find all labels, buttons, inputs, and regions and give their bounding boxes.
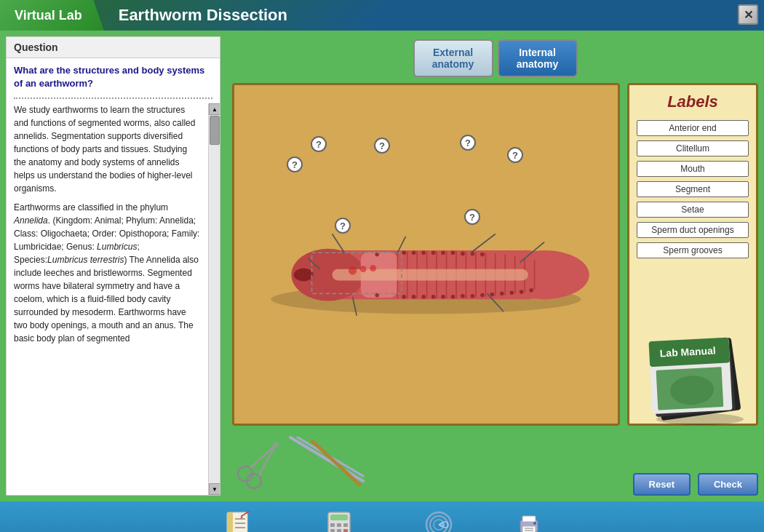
title-bar: Virtual Lab Earthworm Dissection ✕ <box>0 0 764 31</box>
svg-point-26 <box>451 295 455 299</box>
scroll-content: We study earthworms to learn the structu… <box>7 103 208 495</box>
close-button[interactable]: ✕ <box>738 4 758 25</box>
svg-point-45 <box>294 269 314 282</box>
toolbar-item-journal[interactable]: Journal <box>219 509 256 532</box>
reset-button[interactable]: Reset <box>633 473 691 496</box>
left-panel: Question What are the structures and bod… <box>6 36 220 496</box>
journal-icon <box>222 509 254 532</box>
svg-point-41 <box>451 250 455 255</box>
svg-point-21 <box>402 295 406 299</box>
svg-point-42 <box>461 252 465 256</box>
svg-point-28 <box>471 294 475 298</box>
dissection-area: ? ? ? ? ? ? ? <box>232 83 620 426</box>
svg-point-27 <box>461 294 465 298</box>
tab-row: Externalanatomy Internalanatomy <box>232 39 758 77</box>
lab-manual-svg: Lab Manual <box>642 332 751 426</box>
svg-point-49 <box>370 265 376 271</box>
q-marker-3[interactable]: ? <box>374 138 390 154</box>
toolbar-item-print[interactable]: Print <box>513 509 545 532</box>
toolbar-item-calculator[interactable]: Calculator <box>314 509 364 532</box>
svg-rect-75 <box>227 512 233 532</box>
scrollbar[interactable]: ▲ ▼ <box>208 103 220 495</box>
svg-point-32 <box>509 290 514 295</box>
calculator-icon <box>323 509 355 532</box>
audio-icon <box>423 509 455 532</box>
tab-internal-anatomy[interactable]: Internalanatomy <box>498 39 578 77</box>
label-anterior-end[interactable]: Anterior end <box>637 120 749 136</box>
svg-point-62 <box>274 442 278 447</box>
question-header: Question <box>7 37 220 58</box>
q-marker-5[interactable]: ? <box>507 147 523 163</box>
bottom-buttons: Reset Check <box>633 473 758 496</box>
svg-point-40 <box>441 250 445 255</box>
svg-point-97 <box>533 522 536 525</box>
label-sperm-grooves[interactable]: Sperm grooves <box>637 242 749 258</box>
svg-point-23 <box>421 295 426 299</box>
svg-line-63 <box>290 437 363 481</box>
scroll-thumb[interactable] <box>210 116 220 145</box>
dotted-divider <box>14 98 212 99</box>
label-clitellum[interactable]: Clitellum <box>637 140 749 156</box>
q-marker-1[interactable]: ? <box>311 136 327 152</box>
label-sperm-duct-openings[interactable]: Sperm duct openings <box>637 222 749 238</box>
svg-point-30 <box>490 293 495 297</box>
earthworm-svg <box>234 85 618 424</box>
label-segment[interactable]: Segment <box>637 181 749 197</box>
svg-rect-83 <box>330 523 335 527</box>
svg-point-24 <box>431 295 436 299</box>
svg-line-61 <box>259 445 276 475</box>
svg-point-44 <box>480 253 485 257</box>
body-text-1: We study earthworms to learn the structu… <box>14 103 201 195</box>
tweezers-tool <box>283 434 370 492</box>
q-marker-6[interactable]: ? <box>335 218 351 234</box>
scroll-down-btn[interactable]: ▼ <box>209 483 220 495</box>
scissors-tool <box>232 434 290 492</box>
label-mouth[interactable]: Mouth <box>637 161 749 177</box>
svg-point-29 <box>480 293 485 298</box>
question-text: What are the structures and body systems… <box>7 58 220 93</box>
tools-area <box>232 430 370 496</box>
svg-rect-86 <box>330 529 335 532</box>
toolbar: Journal Calculator <box>0 501 764 532</box>
svg-rect-88 <box>343 529 348 532</box>
svg-rect-82 <box>330 515 348 520</box>
svg-point-36 <box>402 250 406 255</box>
svg-point-47 <box>349 266 357 274</box>
lab-manual[interactable]: Lab Manual <box>642 332 751 426</box>
right-panel: Externalanatomy Internalanatomy <box>226 31 764 501</box>
svg-point-34 <box>529 288 533 293</box>
svg-line-60 <box>250 445 276 468</box>
body-text-2: Earthworms are classified in the phylum … <box>14 201 201 345</box>
svg-rect-84 <box>337 523 341 527</box>
svg-rect-87 <box>337 529 341 532</box>
toolbar-item-audio[interactable]: Audio <box>423 509 455 532</box>
svg-point-48 <box>360 266 367 272</box>
svg-point-25 <box>441 295 445 299</box>
svg-rect-85 <box>343 523 348 527</box>
svg-line-65 <box>312 441 359 485</box>
labels-title: Labels <box>637 92 749 111</box>
q-marker-7[interactable]: ? <box>464 209 480 225</box>
q-marker-2[interactable]: ? <box>287 156 303 172</box>
main-area: Question What are the structures and bod… <box>0 31 764 501</box>
svg-point-33 <box>520 290 524 294</box>
svg-rect-94 <box>522 516 536 522</box>
svg-point-37 <box>412 250 416 255</box>
svg-point-39 <box>431 250 436 255</box>
svg-rect-93 <box>522 526 536 532</box>
print-icon <box>513 509 545 532</box>
tab-external-anatomy[interactable]: Externalanatomy <box>413 39 493 77</box>
virtual-lab-label: Virtual Lab <box>0 0 104 31</box>
scroll-area: We study earthworms to learn the structu… <box>7 103 220 495</box>
label-setae[interactable]: Setae <box>637 202 749 218</box>
check-button[interactable]: Check <box>698 473 758 496</box>
app-title: Earthworm Dissection <box>119 6 287 25</box>
q-marker-4[interactable]: ? <box>460 135 476 151</box>
scroll-up-btn[interactable]: ▲ <box>209 103 220 115</box>
svg-point-31 <box>500 292 504 296</box>
svg-line-54 <box>471 234 496 253</box>
svg-point-38 <box>421 250 426 255</box>
svg-point-22 <box>412 295 416 299</box>
